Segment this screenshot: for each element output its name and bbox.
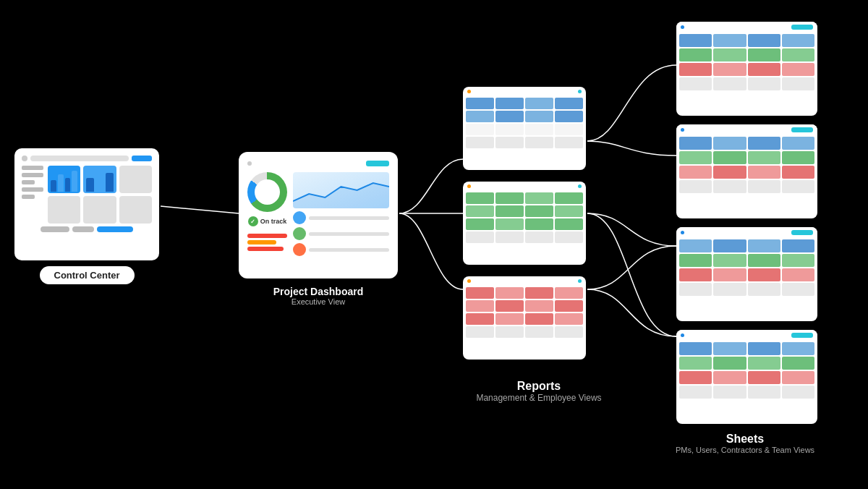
reports-title: Reports	[459, 380, 618, 393]
st-btn-3	[791, 230, 813, 235]
report-grid-3	[463, 286, 586, 339]
cc-action-button	[132, 156, 152, 161]
control-center-label: Control Center	[14, 266, 159, 284]
report-grid-2	[463, 191, 586, 244]
pd-chart-svg	[293, 172, 389, 208]
cc-main-content	[48, 166, 152, 224]
control-center: Control Center	[14, 148, 159, 284]
svg-marker-0	[293, 183, 389, 208]
pd-top-bar	[247, 161, 389, 166]
sheet-grid-4	[676, 341, 817, 400]
sheet-grid-3	[676, 238, 817, 297]
report-grid-1	[463, 96, 586, 150]
cc-chart-bar-1	[48, 166, 80, 193]
rct-3	[463, 276, 586, 286]
cc-grid-item-2	[83, 166, 116, 193]
pd-teal-button	[366, 161, 389, 166]
control-center-card	[14, 148, 159, 260]
pd-avatar-row-3	[293, 243, 389, 256]
st-1	[676, 22, 817, 33]
sheet-card-1	[676, 22, 817, 116]
pd-avatar-1	[293, 211, 306, 224]
cc-chart-bar-2	[83, 166, 116, 193]
project-dashboard-card: ✓ On track	[239, 152, 398, 278]
report-card-3	[463, 276, 586, 360]
pd-label-box: Project Dashboard Executive View	[239, 286, 398, 306]
st-btn-1	[791, 25, 813, 30]
cc-grid-item-3	[119, 166, 152, 193]
pd-content: ✓ On track	[247, 172, 389, 256]
cc-bottom-bar	[22, 226, 152, 232]
pd-label-title: Project Dashboard	[239, 286, 398, 297]
sheet-grid-2	[676, 135, 817, 195]
st-3	[676, 227, 817, 238]
st-2	[676, 124, 817, 135]
cc-dot	[22, 156, 27, 161]
st-4	[676, 330, 817, 341]
sheets-group	[676, 22, 817, 424]
pd-right-panel	[293, 172, 389, 256]
pd-avatar-bar-2	[309, 232, 389, 236]
st-btn-4	[791, 333, 813, 338]
pd-status-text: On track	[260, 218, 287, 225]
pd-progress-bars	[247, 234, 287, 251]
st-btn-2	[791, 127, 813, 132]
pd-left-panel: ✓ On track	[247, 172, 287, 256]
cc-grid-item-6	[119, 196, 152, 224]
pd-label-subtitle: Executive View	[239, 297, 398, 306]
sheets-title: Sheets	[673, 433, 817, 446]
cc-grid	[48, 166, 152, 224]
cc-top-bar	[22, 156, 152, 161]
pd-dot	[247, 161, 252, 166]
cc-grid-item-4	[48, 196, 80, 224]
sheet-grid-1	[676, 33, 817, 92]
reports-group	[463, 87, 586, 360]
rct-2	[463, 182, 586, 191]
pd-avatar-bar-1	[309, 216, 389, 220]
rct-1	[463, 87, 586, 96]
sheet-card-2	[676, 124, 817, 218]
pd-on-track-status: ✓ On track	[248, 216, 287, 226]
pd-avatar-2	[293, 227, 306, 240]
sheet-card-3	[676, 227, 817, 321]
sheets-subtitle: PMs, Users, Contractors & Team Views	[673, 446, 817, 454]
pd-avatar-bar-3	[309, 248, 389, 252]
cc-sidebar-main	[22, 166, 152, 224]
cc-grid-item-5	[83, 196, 116, 224]
pd-check-icon: ✓	[248, 216, 258, 226]
control-center-label-text: Control Center	[40, 266, 135, 284]
reports-label: Reports Management & Employee Views	[459, 380, 618, 403]
pd-chart-area	[293, 172, 389, 208]
sheets-label: Sheets PMs, Users, Contractors & Team Vi…	[673, 433, 817, 454]
pd-avatar-row-2	[293, 227, 389, 240]
cc-sidebar	[22, 166, 43, 224]
cc-search-bar	[30, 156, 129, 161]
pd-donut-chart	[247, 172, 287, 212]
pd-avatars	[293, 211, 389, 256]
report-card-1	[463, 87, 586, 170]
pd-avatar-row-1	[293, 211, 389, 224]
project-dashboard: ✓ On track	[239, 152, 398, 306]
diagram-container: Control Center ✓ On track	[0, 0, 868, 489]
cc-grid-item-1	[48, 166, 80, 193]
sheet-card-4	[676, 330, 817, 424]
reports-subtitle: Management & Employee Views	[459, 393, 618, 403]
pd-avatar-3	[293, 243, 306, 256]
report-card-2	[463, 182, 586, 265]
